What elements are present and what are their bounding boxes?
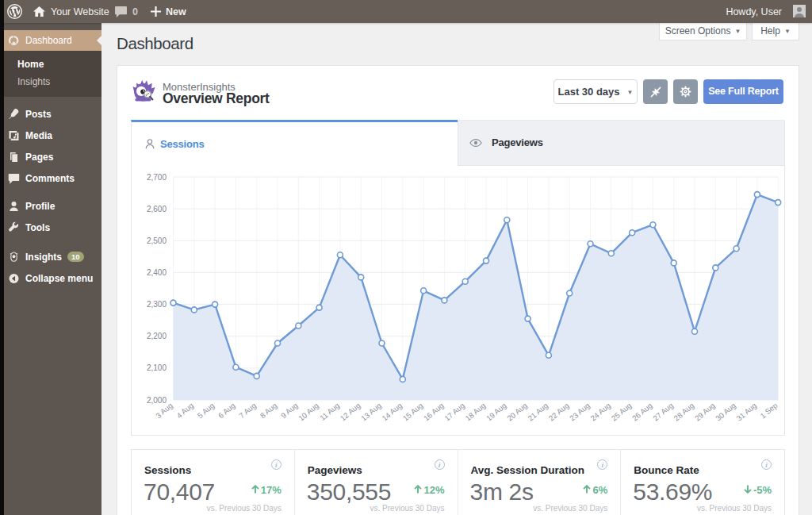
svg-text:6 Aug: 6 Aug bbox=[216, 401, 237, 420]
svg-text:23 Aug: 23 Aug bbox=[568, 401, 592, 422]
svg-text:13 Aug: 13 Aug bbox=[359, 401, 383, 422]
svg-text:20 Aug: 20 Aug bbox=[505, 401, 529, 422]
svg-text:25 Aug: 25 Aug bbox=[610, 401, 634, 422]
svg-text:17 Aug: 17 Aug bbox=[442, 401, 466, 422]
svg-text:19 Aug: 19 Aug bbox=[485, 401, 508, 422]
svg-text:14 Aug: 14 Aug bbox=[380, 401, 404, 422]
svg-text:2,500: 2,500 bbox=[147, 236, 167, 245]
svg-text:2,100: 2,100 bbox=[147, 363, 167, 372]
svg-text:31 Aug: 31 Aug bbox=[734, 401, 758, 422]
svg-text:27 Aug: 27 Aug bbox=[651, 401, 675, 422]
svg-text:7 Aug: 7 Aug bbox=[237, 401, 258, 420]
svg-text:2,400: 2,400 bbox=[147, 268, 167, 277]
svg-text:16 Aug: 16 Aug bbox=[422, 401, 446, 422]
svg-text:18 Aug: 18 Aug bbox=[464, 401, 488, 422]
svg-text:12 Aug: 12 Aug bbox=[339, 401, 362, 422]
svg-text:28 Aug: 28 Aug bbox=[672, 401, 696, 422]
svg-text:22 Aug: 22 Aug bbox=[547, 401, 571, 422]
svg-text:8 Aug: 8 Aug bbox=[259, 401, 279, 420]
svg-text:30 Aug: 30 Aug bbox=[714, 401, 737, 422]
svg-text:24 Aug: 24 Aug bbox=[588, 401, 612, 422]
svg-text:29 Aug: 29 Aug bbox=[693, 401, 717, 422]
svg-text:15 Aug: 15 Aug bbox=[401, 401, 425, 422]
svg-text:2,000: 2,000 bbox=[147, 396, 167, 405]
svg-text:2,600: 2,600 bbox=[147, 205, 167, 213]
svg-text:26 Aug: 26 Aug bbox=[630, 401, 654, 422]
svg-text:4 Aug: 4 Aug bbox=[174, 401, 195, 420]
svg-text:2,300: 2,300 bbox=[147, 300, 167, 309]
svg-text:2,200: 2,200 bbox=[147, 332, 167, 340]
svg-text:9 Aug: 9 Aug bbox=[279, 401, 300, 420]
svg-text:2,700: 2,700 bbox=[147, 173, 167, 182]
svg-text:1 Sep: 1 Sep bbox=[758, 401, 779, 420]
svg-text:21 Aug: 21 Aug bbox=[526, 401, 550, 422]
svg-text:11 Aug: 11 Aug bbox=[318, 401, 341, 422]
svg-text:5 Aug: 5 Aug bbox=[196, 401, 216, 420]
svg-text:10 Aug: 10 Aug bbox=[297, 401, 320, 422]
